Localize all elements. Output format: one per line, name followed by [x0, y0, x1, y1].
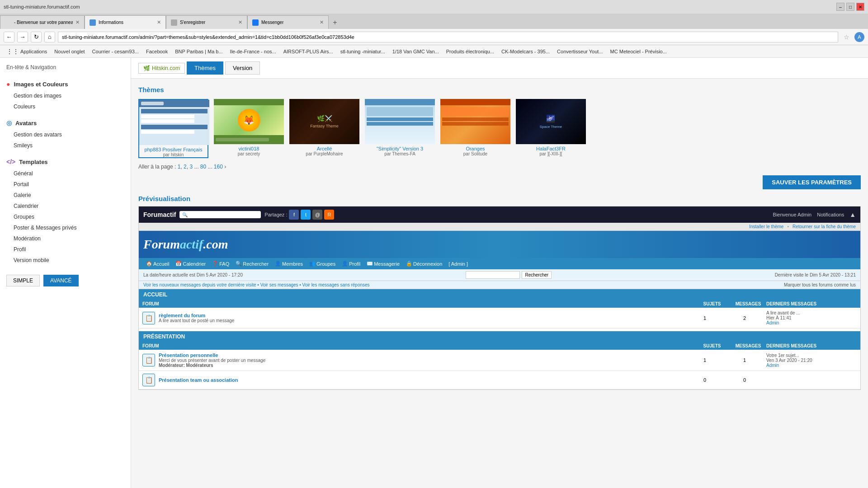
- sidebar-link-couleurs[interactable]: Couleurs: [0, 101, 131, 112]
- tab-close-0[interactable]: ✕: [75, 19, 80, 25]
- sidebar-link-profil[interactable]: Profil: [0, 244, 131, 255]
- sidebar-link-general[interactable]: Général: [0, 168, 131, 179]
- bookmark-8[interactable]: 1/18 Van GMC Van...: [390, 48, 442, 55]
- theme-card-1[interactable]: 🦊 victini018 par secrety: [214, 99, 284, 158]
- profile-nav-icon: 👤: [342, 261, 348, 267]
- page-80[interactable]: 80: [200, 164, 206, 170]
- sidebar-link-groupes[interactable]: Groupes: [0, 211, 131, 222]
- sidebar-link-gestion-images[interactable]: Gestion des images: [0, 90, 131, 101]
- pagination-label: Aller à la page :: [138, 164, 176, 170]
- avance-mode-button[interactable]: AVANCÉ: [43, 275, 79, 286]
- twitter-share-icon[interactable]: t: [301, 210, 311, 220]
- search-nav-icon: 🔍: [236, 261, 242, 267]
- nav-admin[interactable]: [ Admin ]: [446, 260, 471, 267]
- accueil-table-header: FORUM SUJETS MESSAGES DERNIERS MESSAGES: [139, 300, 860, 308]
- bookmark-4[interactable]: BNP Paribas | Ma b...: [172, 48, 225, 55]
- forum-row-icon-p0: 📋: [142, 354, 155, 366]
- return-sheet-link[interactable]: Retourner sur la fiche du thème: [793, 224, 856, 229]
- bookmark-star-icon[interactable]: ☆: [841, 32, 852, 42]
- new-tab-button[interactable]: +: [329, 16, 341, 29]
- forum-row-title-0[interactable]: règlement du forum: [159, 313, 683, 318]
- maximize-button[interactable]: □: [846, 3, 854, 11]
- col-subjects-1: SUJETS: [694, 343, 730, 348]
- bookmark-applications[interactable]: ⋮⋮ Applications: [4, 47, 50, 56]
- sidebar-link-portail[interactable]: Portail: [0, 179, 131, 190]
- bookmark-1[interactable]: Nouvel onglet: [52, 48, 87, 55]
- sidebar-link-calendrier[interactable]: Calendrier: [0, 201, 131, 211]
- forum-row-title-p1[interactable]: Présentation team ou association: [159, 377, 683, 383]
- nav-deconnexion[interactable]: 🔒 Déconnexion: [403, 260, 445, 267]
- bookmark-7[interactable]: stl-tuning -miniatur...: [338, 48, 388, 55]
- nav-accueil[interactable]: 🏠 Accueil: [143, 260, 172, 267]
- bookmarks-bar: ⋮⋮ Applications Nouvel onglet Courrier -…: [0, 45, 868, 58]
- forward-button[interactable]: →: [17, 32, 28, 42]
- theme-card-4[interactable]: Oranges par Solitude: [440, 99, 510, 158]
- home-button[interactable]: ⌂: [44, 32, 55, 42]
- forum-top-search-input[interactable]: [466, 271, 520, 279]
- bookmark-11[interactable]: Convertisseur Yout...: [554, 48, 606, 55]
- tab-close-1[interactable]: ✕: [157, 19, 161, 25]
- tab-1[interactable]: Informations ✕: [85, 15, 166, 29]
- page-160[interactable]: 160: [214, 164, 223, 170]
- nav-faq[interactable]: ❓ FAQ: [209, 260, 232, 267]
- theme-card-3[interactable]: "Simplicity" Version 3 par Themes-FA: [365, 99, 435, 158]
- bookmark-12[interactable]: MC Meteociel - Prévisio...: [608, 48, 670, 55]
- tab-2[interactable]: S'enregistrer ✕: [166, 15, 247, 29]
- email-share-icon[interactable]: @: [312, 210, 322, 220]
- profile-icon[interactable]: A: [854, 32, 864, 42]
- bookmark-9[interactable]: Produits électroniqu...: [443, 48, 497, 55]
- theme-card-2[interactable]: 🌿⚔️ Fantasy Theme Arcellé par PurpleMoha…: [289, 99, 359, 158]
- tab-version[interactable]: Version: [225, 61, 260, 75]
- install-theme-link[interactable]: Installer le thème: [749, 224, 783, 229]
- close-button[interactable]: ✕: [856, 3, 864, 11]
- page-2[interactable]: 2: [184, 164, 187, 170]
- bookmark-3[interactable]: Facebook: [143, 48, 170, 55]
- save-params-button[interactable]: SAUVER LES PARAMÈTRES: [763, 175, 861, 189]
- theme-author-4: par Solitude: [440, 151, 510, 156]
- sidebar-link-version-mobile[interactable]: Version mobile: [0, 255, 131, 266]
- tab-close-3[interactable]: ✕: [320, 19, 324, 25]
- simple-mode-button[interactable]: SIMPLE: [6, 275, 40, 286]
- theme-preview-2: 🌿⚔️ Fantasy Theme: [289, 99, 359, 144]
- forum-search-input[interactable]: [189, 212, 258, 217]
- rss-share-icon[interactable]: R: [324, 210, 334, 220]
- page-1[interactable]: 1: [178, 164, 181, 170]
- nav-calendrier[interactable]: 📅 Calendrier: [173, 260, 208, 267]
- url-bar[interactable]: [58, 32, 838, 42]
- tab-close-2[interactable]: ✕: [238, 19, 242, 25]
- bookmark-2[interactable]: Courrier - cesam93...: [90, 48, 142, 55]
- bookmark-6[interactable]: AIRSOFT-PLUS Airs...: [281, 48, 336, 55]
- sidebar-link-galerie[interactable]: Galerie: [0, 190, 131, 201]
- nav-messagerie[interactable]: ✉️ Messagerie: [364, 260, 402, 267]
- nav-membres[interactable]: 👤 Membres: [272, 260, 306, 267]
- forum-top-search-button[interactable]: Rechercher: [522, 271, 552, 279]
- tab-0[interactable]: - Bienvenue sur votre panneau c... ✕: [0, 15, 85, 29]
- forum-row-subjects-0: 1: [687, 315, 723, 321]
- minimize-button[interactable]: –: [836, 3, 844, 11]
- nav-profil[interactable]: 👤 Profil: [339, 260, 363, 267]
- nav-groupes[interactable]: 👥 Groupes: [307, 260, 338, 267]
- forum-row-title-p0[interactable]: Présentation personnelle: [159, 352, 683, 358]
- sidebar-link-poster[interactable]: Poster & Messages privés: [0, 222, 131, 233]
- nav-rechercher[interactable]: 🔍 Rechercher: [233, 260, 271, 267]
- last-date-0: Hier À 11:41: [766, 315, 857, 320]
- sidebar-link-smileys[interactable]: Smileys: [0, 140, 131, 151]
- last-title-0: A lire avant de ...: [766, 310, 857, 315]
- sidebar-link-moderation[interactable]: Modération: [0, 233, 131, 244]
- back-button[interactable]: ←: [4, 32, 14, 42]
- tab-3[interactable]: Messenger ✕: [247, 15, 329, 29]
- bookmark-10[interactable]: CK-Modelcars - 395...: [499, 48, 552, 55]
- hitskin-logo[interactable]: 🌿 Hitskin.com: [138, 63, 185, 74]
- hitskin-icon: 🌿: [143, 65, 150, 71]
- sidebar-link-gestion-avatars[interactable]: Gestion des avatars: [0, 129, 131, 140]
- groups-nav-icon: 👥: [309, 261, 316, 267]
- forum-notifications-text[interactable]: Notifications: [817, 212, 844, 217]
- facebook-share-icon[interactable]: f: [289, 210, 299, 220]
- bookmark-5[interactable]: Ile-de-France - nos...: [227, 48, 279, 55]
- bookmark-label-10: CK-Modelcars - 395...: [501, 49, 550, 54]
- refresh-button[interactable]: ↻: [31, 32, 42, 42]
- theme-card-0[interactable]: php883 Prosilver Français par hitskin: [138, 99, 208, 158]
- theme-card-5[interactable]: 🌌 Space Theme HalaFact3FR par ][-XIII-][: [516, 99, 586, 158]
- tab-themes[interactable]: Thèmes: [187, 61, 223, 75]
- page-3[interactable]: 3: [189, 164, 193, 170]
